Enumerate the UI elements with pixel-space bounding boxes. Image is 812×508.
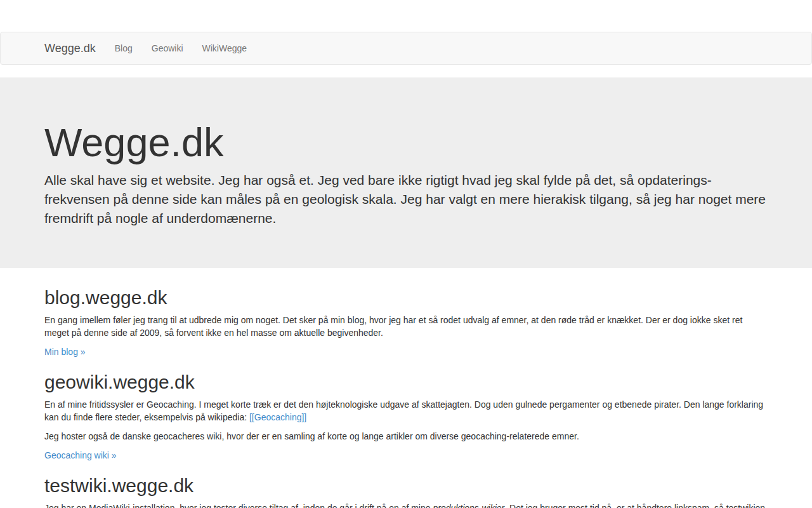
min-blog-link[interactable]: Min blog » <box>44 347 86 357</box>
nav-item-wikiwegge: WikiWegge <box>193 32 257 64</box>
section-blog-paragraph: En gang imellem føler jeg trang til at u… <box>44 314 768 340</box>
nav-link-blog[interactable]: Blog <box>105 32 142 64</box>
nav-link-geowiki[interactable]: Geowiki <box>142 32 193 64</box>
nav-link-wikiwegge[interactable]: WikiWegge <box>193 32 257 64</box>
geocaching-wikipedia-link[interactable]: [[Geocaching]] <box>249 412 306 422</box>
navbar-menu: Blog Geowiki WikiWegge <box>105 32 256 64</box>
navbar-brand[interactable]: Wegge.dk <box>35 32 105 64</box>
section-testwiki: testwiki.wegge.dk Jeg har en MediaWiki-i… <box>44 475 768 508</box>
section-blog-link-row: Min blog » <box>44 346 768 359</box>
page-lead-text: Alle skal have sig et website. Jeg har o… <box>44 171 768 228</box>
section-geowiki-paragraph2: Jeg hoster også de danske geocacheres wi… <box>44 431 768 443</box>
section-geowiki: geowiki.wegge.dk En af mine fritidssysle… <box>44 371 768 462</box>
nav-item-blog: Blog <box>105 32 142 64</box>
top-navbar: Wegge.dk Blog Geowiki WikiWegge <box>0 32 812 65</box>
geocaching-wiki-link[interactable]: Geocaching wiki » <box>44 450 117 460</box>
testwiki-italic-term: produktions-wikier <box>433 503 504 508</box>
page-title: Wegge.dk <box>44 121 768 164</box>
jumbotron: Wegge.dk Alle skal have sig et website. … <box>0 77 812 268</box>
geowiki-paragraph1-text: En af mine fritidssysler er Geocaching. … <box>44 399 763 422</box>
section-blog: blog.wegge.dk En gang imellem føler jeg … <box>44 287 768 359</box>
section-geowiki-heading: geowiki.wegge.dk <box>44 371 768 392</box>
section-testwiki-paragraph: Jeg har en MediaWiki-installation, hvor … <box>44 502 768 508</box>
section-testwiki-heading: testwiki.wegge.dk <box>44 475 768 496</box>
main-content: blog.wegge.dk En gang imellem føler jeg … <box>35 287 777 508</box>
nav-item-geowiki: Geowiki <box>142 32 193 64</box>
section-geowiki-link-row: Geocaching wiki » <box>44 450 768 462</box>
section-blog-heading: blog.wegge.dk <box>44 287 768 308</box>
section-geowiki-paragraph1: En af mine fritidssysler er Geocaching. … <box>44 399 768 424</box>
testwiki-paragraph-start: Jeg har en MediaWiki-installation, hvor … <box>44 503 433 508</box>
